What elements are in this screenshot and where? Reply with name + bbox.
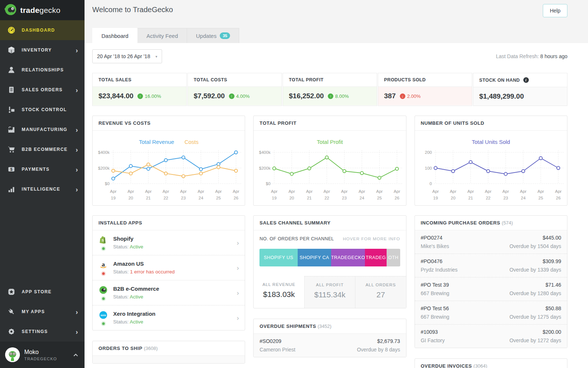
units-sold-chart: Total Units Sold0100200Apr19Apr20Apr21Ap… [415, 131, 567, 205]
svg-text:$400k: $400k [259, 150, 271, 155]
sidebar-item-sales-orders[interactable]: SALES ORDERS› [0, 80, 85, 100]
svg-text:Apr: Apr [215, 189, 222, 194]
purchase-order-row[interactable]: #PO0476Prydz Industries$309.99Overdue by… [415, 254, 567, 277]
svg-text:Apr: Apr [537, 189, 544, 194]
sidebar-item-payments[interactable]: $PAYMENTS› [0, 159, 85, 179]
svg-text:Apr: Apr [394, 189, 401, 194]
svg-text:20: 20 [451, 196, 455, 200]
svg-text:Apr: Apr [450, 189, 456, 194]
chevron-right-icon: › [76, 328, 78, 335]
lists-row: INSTALLED APPS SShopifyStatus: Active›aA… [92, 215, 567, 368]
chevron-right-icon: › [76, 126, 78, 133]
sidebar-item-manufacturing[interactable]: MANUFACTURING› [0, 120, 85, 139]
help-button[interactable]: Help [543, 4, 567, 17]
channel-segment-oth[interactable]: OTH [387, 249, 400, 266]
sidebar-item-b2b-ecommerce[interactable]: B2B ECOMMERCE› [0, 139, 85, 159]
revenue-vs-costs-card: REVENUE VS COSTS Total RevenueCosts$0$20… [92, 116, 245, 206]
card-title: OVERDUE SHIPMENTS(3452) [254, 319, 406, 334]
order-id: #10093 [421, 329, 445, 335]
kpi-value: 387 [384, 92, 396, 100]
purchase-order-row[interactable]: #PO Test 56667 Brewing$50.88Overdue by 1… [415, 301, 567, 325]
app-row-shopify[interactable]: SShopifyStatus: Active› [93, 230, 245, 255]
tab-updates[interactable]: Updates35 [187, 28, 239, 43]
svg-text:26: 26 [395, 196, 399, 200]
app-name: Amazon US [113, 261, 175, 267]
card-title: SALES CHANNEL SUMMARY [254, 216, 406, 230]
chevron-right-icon: › [237, 314, 239, 321]
status-dot [102, 272, 105, 275]
order-overdue: Overdue by 1272 days [509, 337, 561, 343]
kpi-value: $16,252.00 [289, 92, 324, 100]
channel-segment-tradegecko[interactable]: TRADEGECKO [331, 249, 365, 266]
app-status: Status: Active [113, 319, 155, 325]
sidebar-item-relationships[interactable]: RELATIONSHIPS [0, 60, 85, 80]
svg-text:Apr: Apr [376, 189, 383, 194]
channel-segment-shopify-us[interactable]: SHOPIFY US [259, 249, 297, 266]
kpi-delta: ↓2.00% [400, 93, 421, 99]
legend-item: Total Revenue [139, 139, 174, 145]
app-name: Shopify [113, 236, 143, 242]
app-row-xero-integration[interactable]: xeroXero IntegrationStatus: Active› [93, 305, 245, 330]
sidebar-item-settings[interactable]: SETTINGS› [0, 322, 85, 342]
tab-dashboard[interactable]: Dashboard [92, 28, 137, 43]
sidebar-item-stock-control[interactable]: STOCK CONTROL [0, 100, 85, 120]
legend-item: Costs [184, 139, 198, 145]
brand-name: tradegecko [20, 6, 60, 15]
svg-text:Apr: Apr [306, 189, 313, 194]
order-overdue: Overdue by 1280 days [509, 290, 561, 296]
channel-segment-shopify-ca[interactable]: SHOPIFY CA [298, 249, 331, 266]
svg-text:Apr: Apr [162, 189, 169, 194]
purchase-order-row[interactable]: #PO Test 39667 Brewing$71.46Overdue by 1… [415, 277, 567, 301]
summary-tab-all-orders[interactable]: ALL ORDERS27 [355, 276, 406, 308]
sidebar-item-label: SETTINGS [22, 329, 48, 334]
chart-legend: Total RevenueCosts [93, 134, 245, 148]
kpi-delta: ↑16.00% [137, 93, 161, 99]
chevron-right-icon: › [76, 166, 78, 173]
info-icon[interactable]: i [523, 77, 529, 83]
gecko-logo-icon [4, 3, 17, 17]
user-menu[interactable]: Moko TRADEGECKO [0, 342, 85, 368]
sidebar-item-label: MANUFACTURING [22, 127, 67, 132]
purchase-order-row[interactable]: #PO0274Mike's Bikes$445.00Overdue by 150… [415, 230, 567, 254]
card-title: REVENUE VS COSTS [93, 116, 245, 131]
sidebar-nav: DASHBOARDINVENTORY›RELATIONSHIPSSALES OR… [0, 20, 85, 199]
main-area: Welcome to TradeGecko Help Dashboard Act… [85, 0, 588, 368]
card-title: NUMBER OF UNITS SOLD [415, 116, 567, 131]
brand-logo[interactable]: tradegecko [0, 0, 85, 20]
app-row-amazon-us[interactable]: aAmazon USStatus: 1 error has occurred› [93, 255, 245, 280]
app-row-b2b-e-commerce[interactable]: B2B e-CommerceStatus: Active› [93, 280, 245, 305]
svg-text:19: 19 [433, 196, 438, 200]
svg-text:23: 23 [342, 196, 347, 200]
tab-activity-feed[interactable]: Activity Feed [137, 28, 187, 43]
svg-text:25: 25 [377, 196, 382, 200]
summary-tab-all-profit[interactable]: ALL PROFIT$115.34k [304, 276, 355, 308]
sidebar-item-dashboard[interactable]: DASHBOARD [0, 20, 85, 40]
sidebar-item-intelligence[interactable]: INTELLIGENCE› [0, 179, 85, 199]
sidebar-item-label: MY APPS [22, 309, 45, 314]
chevron-right-icon: › [76, 146, 78, 153]
shipment-row[interactable]: #SO0209Cameron Priest$2,679.73Overdue by… [254, 334, 406, 357]
app-status: Status: 1 error has occurred [113, 269, 175, 275]
channel-stacked-bar: SHOPIFY USSHOPIFY CATRADEGECKOTRADEGOTH [259, 249, 400, 266]
order-party: 667 Brewing [421, 314, 449, 320]
summary-tab-all-revenue[interactable]: ALL REVENUE$183.03k [254, 276, 304, 308]
purchase-order-row[interactable]: #10093GI Factory$200.00Overdue by 1272 d… [415, 325, 567, 348]
order-party: 667 Brewing [421, 290, 449, 296]
sidebar-item-my-apps[interactable]: MY APPS› [0, 302, 85, 322]
date-range-select[interactable]: 20 Apr '18 to 26 Apr '18 ▾ [92, 49, 162, 63]
sidebar-item-inventory[interactable]: INVENTORY› [0, 40, 85, 60]
factory-icon [7, 125, 15, 134]
kpi-label: PRODUCTS SOLD [384, 77, 426, 82]
person-icon [7, 66, 15, 74]
sidebar-item-app-store[interactable]: APP STORE [0, 282, 85, 302]
overdue-invoices-card: OVERDUE INVOICES(3064) [415, 358, 567, 368]
svg-text:21: 21 [468, 196, 473, 200]
channel-segment-tradeg[interactable]: TRADEG [365, 249, 387, 266]
order-overdue: Overdue by 1504 days [509, 243, 561, 249]
sidebar-item-label: STOCK CONTROL [22, 107, 67, 112]
svg-text:23: 23 [181, 196, 186, 200]
orders-to-ship-card: ORDERS TO SHIP(3608) [92, 341, 245, 364]
order-overdue: Overdue by 1275 days [509, 314, 561, 320]
overdue-shipments-list: #SO0209Cameron Priest$2,679.73Overdue by… [254, 334, 406, 357]
doc-icon [7, 86, 15, 94]
